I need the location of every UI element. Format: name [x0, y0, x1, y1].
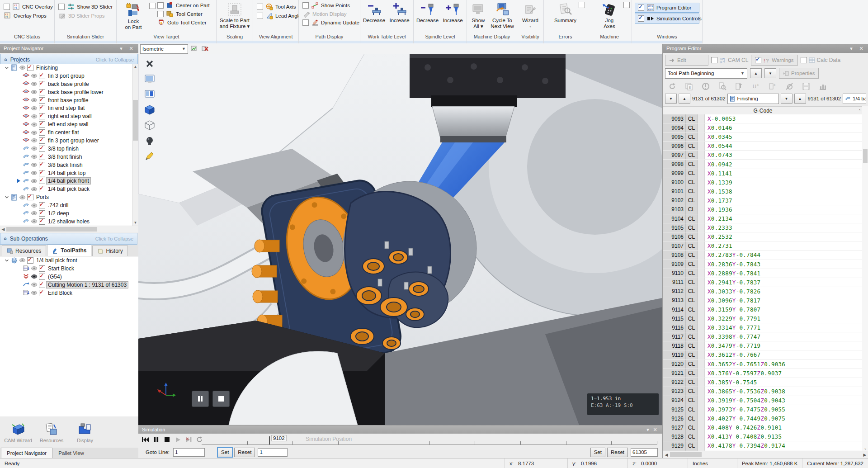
program-context-box[interactable]: Finishing [727, 94, 779, 104]
tool-center-checkbox[interactable] [157, 11, 164, 17]
split-view-icon[interactable] [143, 88, 156, 101]
stop-button[interactable] [212, 391, 230, 407]
gcode-row[interactable]: 9120CLX0.3652Y-0.7651Z0.9036 [663, 360, 862, 369]
tree-item[interactable]: Cutting Motion 1 : 9131 of 61303 [0, 281, 138, 289]
expander-open-icon[interactable] [5, 258, 9, 263]
gcode-row[interactable]: 9122CLX0.385Y-0.7545 [663, 378, 862, 387]
gcode-row[interactable]: 9096CLX0.0544 [663, 142, 862, 151]
cam-cl-checkbox[interactable] [711, 57, 717, 63]
warnings-toggle[interactable]: !? Warnings [751, 55, 797, 66]
scroll-down-icon[interactable]: ⌄ [862, 446, 868, 450]
item-checkbox[interactable] [39, 162, 45, 168]
item-checkbox[interactable] [39, 265, 45, 272]
warnings-checkbox[interactable] [755, 57, 761, 63]
gcode-row[interactable]: 9128CLX0.413Y-0.7408Z0.9135 [663, 432, 862, 441]
reset-button[interactable]: Reset [234, 448, 255, 457]
prev-op-line-button[interactable]: ▼ [781, 94, 793, 104]
single-view-icon[interactable] [143, 73, 156, 85]
operation-context-box[interactable]: 1/4 ball pick fro [843, 94, 866, 104]
dynamic-update-toggle[interactable]: Dynamic Update [302, 18, 357, 27]
tree-item[interactable]: fin 3 port group lower [0, 137, 138, 145]
gcode-row[interactable]: 9106CLX0.2532 [663, 232, 862, 241]
item-checkbox[interactable] [39, 81, 45, 87]
scroll-right-icon[interactable]: ▶ [861, 453, 868, 457]
close-view-icon[interactable] [143, 57, 156, 70]
tree-item[interactable]: fin end step flat [0, 104, 138, 112]
program-editor-window-toggle[interactable]: G1XG0Y Program Editor [635, 3, 699, 13]
subroutine-icon[interactable]: S [683, 81, 695, 92]
scroll-down-icon[interactable]: ▼ [132, 220, 138, 226]
gcode-row[interactable]: 9111CLX0.2941Y-0.7837 [663, 278, 862, 287]
tree-item[interactable]: left end step wall [0, 120, 138, 128]
item-checkbox[interactable] [39, 274, 45, 280]
gcode-row[interactable]: 9095CLX0.0345 [663, 132, 862, 142]
panel-close-icon[interactable]: ✕ [127, 46, 135, 52]
gcode-row[interactable]: 9098CLX0.0942 [663, 160, 862, 169]
nav-down-button[interactable]: ▼ [764, 68, 776, 78]
delete-view-icon[interactable] [201, 44, 210, 55]
nav-up-button[interactable]: ▲ [750, 68, 762, 78]
gcode-row[interactable]: 9100CLX0.1339 [663, 178, 862, 187]
pause-button[interactable] [192, 391, 209, 407]
cnc-overlay-checkbox[interactable] [4, 4, 10, 10]
save-view-icon[interactable] [190, 44, 199, 55]
tree-item[interactable]: (G54) [0, 273, 138, 281]
spindle-decrease-button[interactable]: Decrease [415, 0, 440, 33]
end-line-input[interactable]: 61305 [631, 448, 658, 457]
overlay-props-button[interactable]: X1Y2 Overlay Props [4, 11, 52, 20]
properties-button[interactable]: Properties [779, 68, 819, 79]
gcode-row[interactable]: 9119CLX0.3612Y-0.7667 [663, 350, 862, 359]
goto-line-input[interactable]: 1 [173, 448, 205, 457]
gcode-row[interactable]: 9107CLX0.2731 [663, 241, 862, 251]
panel-menu-icon[interactable]: ▾ [848, 46, 855, 52]
item-checkbox[interactable] [39, 202, 45, 208]
item-checkbox[interactable] [27, 65, 33, 71]
motion-display-button[interactable]: Motion Display [302, 9, 357, 18]
gcode-row[interactable]: 9127CLX0.408Y-0.7426Z0.9101 [663, 423, 862, 432]
item-checkbox[interactable] [39, 146, 45, 152]
tree-item[interactable]: 3/8 front finish [0, 153, 138, 161]
gcode-row[interactable]: 9126CLX0.4027Y-0.7449Z0.9075 [663, 414, 862, 423]
tree-item[interactable]: 1/2 deep [0, 209, 138, 217]
gcode-hscrollbar[interactable]: ◀ ▶ [663, 451, 868, 458]
prev-line-button[interactable]: ▼ [665, 94, 677, 104]
gcode-row[interactable]: 9114CLX0.3159Y-0.7807 [663, 305, 862, 314]
item-checkbox[interactable] [39, 290, 45, 296]
pause-sim-button[interactable] [152, 435, 160, 444]
panel-menu-icon[interactable]: ▾ [118, 46, 125, 52]
panel-close-icon[interactable]: ✕ [651, 427, 659, 433]
wizard-button[interactable]: Wizard ▾ [517, 0, 543, 29]
panel-menu-icon[interactable]: ▾ [644, 427, 651, 433]
scale-to-part-button[interactable]: Scale to Part and Fixture ▾ [217, 0, 253, 29]
gcode-row[interactable]: 9124CLX0.3919Y-0.7504Z0.9043 [663, 396, 862, 405]
simulation-controls-checkbox[interactable] [638, 15, 644, 22]
summary-button[interactable]: Summary [544, 0, 587, 24]
measure-pencil-icon[interactable] [143, 150, 156, 162]
tree-item[interactable]: 1/4 ball pick top [0, 169, 138, 177]
tree-item[interactable]: back base profile [0, 80, 138, 88]
rewind-to-start-button[interactable] [141, 435, 149, 444]
goto-tool-center-button[interactable]: Goto Tool Center [157, 18, 214, 27]
gcode-row[interactable]: 9101CLX0.1538 [663, 187, 862, 196]
gcode-row[interactable]: 9093CLX-0.0053 [663, 114, 862, 123]
expander-open-icon[interactable] [5, 195, 9, 199]
tree-item[interactable]: 1/4 ball pick front [0, 256, 138, 265]
gcode-row[interactable]: 9116CLX0.3314Y-0.7771 [663, 323, 862, 332]
item-checkbox[interactable] [39, 186, 45, 192]
tree-item[interactable]: 3/8 back finish [0, 161, 138, 169]
gcode-row[interactable]: 9110CLX0.2889Y-0.7841 [663, 269, 862, 278]
tree-item[interactable]: Finishing [0, 64, 138, 72]
center-on-part-toggle[interactable]: Center on Part [157, 1, 214, 9]
scroll-up-icon[interactable]: ▲ [132, 64, 138, 70]
lead-angle-toggle[interactable]: Lead Angle [257, 11, 296, 20]
show-points-toggle[interactable]: Show Points [302, 1, 357, 9]
gcode-vscrollbar[interactable]: ⌄ [862, 106, 868, 451]
resources-button[interactable]: Resources [37, 418, 66, 447]
scroll-left-icon[interactable]: ◀ [0, 226, 6, 232]
tree-item[interactable]: front base profile [0, 96, 138, 104]
play-sim-button[interactable] [174, 435, 182, 444]
lead-angle-checkbox[interactable] [257, 13, 263, 19]
scroll-left-icon[interactable]: ◀ [663, 453, 670, 457]
work-table-increase-button[interactable]: Increase [387, 0, 412, 33]
tree-item[interactable]: .742 drill [0, 201, 138, 209]
